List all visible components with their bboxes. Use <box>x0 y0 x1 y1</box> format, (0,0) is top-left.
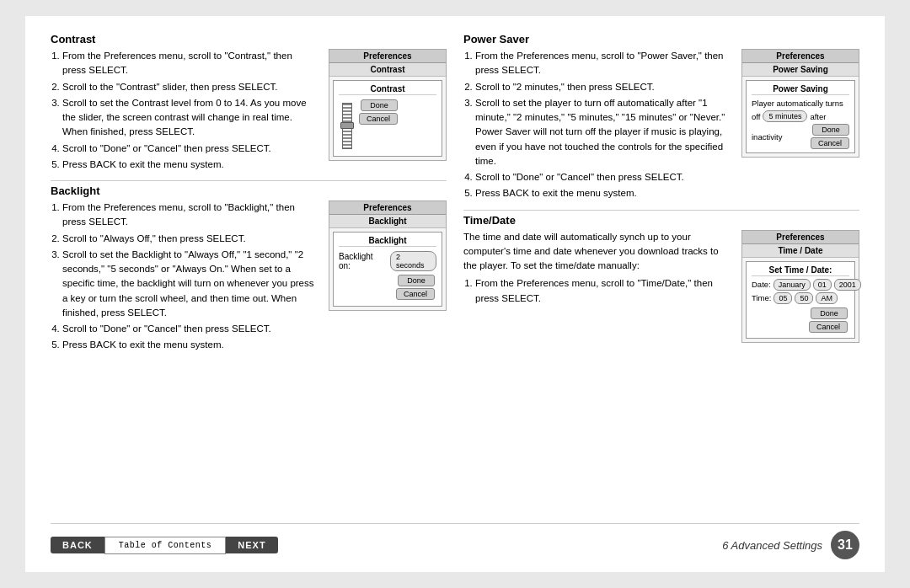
page-number: 31 <box>831 531 859 559</box>
power-saver-section: Power Saver From the Preferences menu, s… <box>463 33 859 203</box>
page: Contrast From the Preferences menu, scro… <box>25 16 885 572</box>
power-step-2: Scroll to "2 minutes," then press SELECT… <box>475 80 731 94</box>
timedate-prefs-title: Preferences <box>742 231 859 244</box>
backlight-inner-box: Backlight Backlight on: 2 seconds Done C… <box>333 232 442 307</box>
date-label: Date: <box>752 280 771 289</box>
contrast-slider-row: Done Cancel <box>339 98 436 152</box>
timedate-inner-box: Set Time / Date: Date: January 01 2001 T… <box>746 261 855 339</box>
contrast-step-4: Scroll to "Done" or "Cancel" then press … <box>62 142 318 156</box>
backlight-section: Backlight From the Preferences menu, scr… <box>51 184 447 355</box>
power-step-1: From the Preferences menu, scroll to "Po… <box>475 49 731 78</box>
timedate-item-bar: Time / Date <box>742 244 859 258</box>
contrast-widget: Preferences Contrast Contrast <box>329 49 447 174</box>
backlight-title: Backlight <box>51 184 447 197</box>
power-timedate-divider <box>463 210 859 211</box>
contrast-backlight-divider <box>51 180 447 181</box>
toc-label[interactable]: Table of Contents <box>104 537 227 554</box>
contrast-done-button[interactable]: Done <box>361 99 398 111</box>
backlight-body: From the Preferences menu, scroll to "Ba… <box>51 200 447 355</box>
power-cancel-button[interactable]: Cancel <box>811 137 849 149</box>
contrast-body: From the Preferences menu, scroll to "Co… <box>51 49 447 174</box>
backlight-done-button[interactable]: Done <box>398 275 435 286</box>
backlight-inner-title: Backlight <box>339 236 436 247</box>
contrast-cancel-button[interactable]: Cancel <box>359 113 398 125</box>
contrast-inner-title: Contrast <box>339 84 436 95</box>
power-saver-body: From the Preferences menu, scroll to "Po… <box>463 49 859 203</box>
power-prefs-title: Preferences <box>742 50 859 63</box>
backlight-step-5: Press BACK to exit the menu system. <box>62 338 318 352</box>
backlight-step-2: Scroll to "Always Off," then press SELEC… <box>62 232 318 246</box>
power-inner-box: Power Saving Player automatically turns … <box>746 80 855 153</box>
page-title: 6 Advanced Settings <box>722 539 822 552</box>
backlight-text: From the Preferences menu, scroll to "Ba… <box>51 200 318 355</box>
contrast-step-2: Scroll to the "Contrast" slider, then pr… <box>62 80 318 94</box>
timedate-widget: Preferences Time / Date Set Time / Date:… <box>741 230 859 343</box>
time-hour-pill[interactable]: 05 <box>774 292 792 304</box>
timedate-done-cancel: Done Cancel <box>752 307 849 334</box>
timedate-body: The time and date will automatically syn… <box>463 230 859 343</box>
power-done-cancel: Done Cancel <box>811 124 849 149</box>
backlight-widget: Preferences Backlight Backlight Backligh… <box>329 200 447 355</box>
contrast-step-3: Scroll to set the Contrast level from 0 … <box>62 96 318 140</box>
power-done-button[interactable]: Done <box>812 124 849 136</box>
date-year-pill[interactable]: 2001 <box>834 279 861 291</box>
date-month-pill[interactable]: January <box>774 279 811 291</box>
next-button[interactable]: NEXT <box>226 537 277 553</box>
backlight-step-3: Scroll to set the Backlight to "Always O… <box>62 248 318 320</box>
contrast-slider-area <box>342 99 356 151</box>
backlight-value-pill[interactable]: 2 seconds <box>390 251 436 271</box>
timedate-date-row: Date: January 01 2001 <box>752 279 849 291</box>
timedate-done-button[interactable]: Done <box>811 307 848 319</box>
contrast-done-cancel: Done Cancel <box>359 99 399 151</box>
backlight-done-cancel: Done Cancel <box>339 275 436 302</box>
backlight-step-1: From the Preferences menu, scroll to "Ba… <box>62 200 318 230</box>
timedate-cancel-button[interactable]: Cancel <box>809 321 848 333</box>
timedate-section: Time/Date The time and date will automat… <box>463 214 859 343</box>
timedate-inner-title: Set Time / Date: <box>752 265 849 276</box>
time-min-pill[interactable]: 50 <box>795 292 813 304</box>
date-day-pill[interactable]: 01 <box>813 279 832 291</box>
contrast-text: From the Preferences menu, scroll to "Co… <box>51 49 318 174</box>
timedate-text: The time and date will automatically syn… <box>463 230 731 343</box>
power-inactivity-label: inactivity <box>752 132 782 142</box>
power-prefs-box: Preferences Power Saving Power Saving Pl… <box>741 49 859 158</box>
right-column: Power Saver From the Preferences menu, s… <box>463 33 859 513</box>
back-button[interactable]: BACK <box>51 537 104 553</box>
power-saver-widget: Preferences Power Saving Power Saving Pl… <box>741 49 859 203</box>
power-saver-text: From the Preferences menu, scroll to "Po… <box>463 49 731 203</box>
contrast-title: Contrast <box>51 33 447 45</box>
contrast-slider-track[interactable] <box>342 103 352 149</box>
power-item-bar: Power Saving <box>742 63 859 77</box>
power-inner-title: Power Saving <box>752 84 849 95</box>
contrast-prefs-box: Preferences Contrast Contrast <box>329 49 447 161</box>
left-column: Contrast From the Preferences menu, scro… <box>51 33 447 513</box>
page-info: 6 Advanced Settings 31 <box>722 531 859 559</box>
power-saver-title: Power Saver <box>463 33 859 45</box>
backlight-step-4: Scroll to "Done" or "Cancel" then press … <box>62 322 318 336</box>
timedate-step-1: From the Preferences menu, scroll to "Ti… <box>475 276 731 306</box>
contrast-section: Contrast From the Preferences menu, scro… <box>51 33 447 174</box>
power-step-4: Scroll to "Done" or "Cancel" then press … <box>475 170 731 184</box>
power-auto-text: Player automatically turns <box>752 98 849 110</box>
timedate-title: Time/Date <box>463 214 859 227</box>
contrast-slider-thumb[interactable] <box>340 122 354 129</box>
main-content: Contrast From the Preferences menu, scro… <box>51 33 859 513</box>
timedate-prefs-box: Preferences Time / Date Set Time / Date:… <box>741 230 859 343</box>
backlight-on-label: Backlight on: <box>339 252 387 270</box>
power-value-pill[interactable]: 5 minutes <box>763 110 807 122</box>
contrast-prefs-title: Preferences <box>329 50 446 63</box>
backlight-cancel-button[interactable]: Cancel <box>396 288 435 300</box>
backlight-item-bar: Backlight <box>329 215 446 228</box>
backlight-on-row: Backlight on: 2 seconds <box>339 249 436 275</box>
power-off-row: off 5 minutes after <box>752 110 849 122</box>
contrast-inner-box: Contrast Done Cancel <box>333 80 442 157</box>
contrast-item-bar: Contrast <box>329 63 446 77</box>
time-label: Time: <box>752 293 771 302</box>
bottom-nav: BACK Table of Contents NEXT 6 Advanced S… <box>51 523 859 559</box>
contrast-step-1: From the Preferences menu, scroll to "Co… <box>62 49 318 78</box>
time-ampm-pill[interactable]: AM <box>816 292 838 304</box>
power-step-3: Scroll to set the player to turn off aut… <box>475 96 731 168</box>
contrast-step-5: Press BACK to exit the menu system. <box>62 158 318 172</box>
power-off-label: off <box>752 112 760 121</box>
timedate-time-row: Time: 05 50 AM <box>752 292 849 304</box>
